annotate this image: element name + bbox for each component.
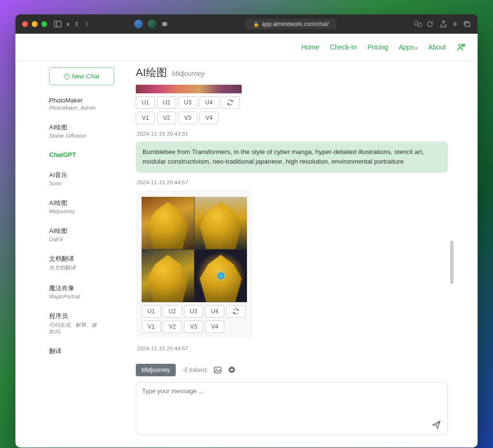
top-navigation: Home Check-In Pricing Apps About bbox=[15, 34, 478, 61]
new-chat-button[interactable]: + New Chat bbox=[49, 67, 114, 85]
message-input[interactable] bbox=[142, 387, 441, 426]
variation-row: V1 V2 V3 V4 bbox=[136, 112, 448, 124]
model-badge[interactable]: Midjourney bbox=[136, 364, 176, 376]
token-count: -5 tokens bbox=[182, 367, 207, 373]
reload-icon[interactable] bbox=[427, 21, 433, 27]
account-icon[interactable] bbox=[456, 42, 466, 52]
upscale-u3-button[interactable]: U3 bbox=[178, 96, 197, 109]
sidebar-item-subtitle: Dall-E bbox=[49, 236, 107, 242]
nav-checkin[interactable]: Check-In bbox=[330, 43, 357, 51]
variation-v4-button[interactable]: V4 bbox=[199, 112, 219, 124]
variation-v4-button[interactable]: V4 bbox=[205, 320, 224, 333]
generated-image-2[interactable] bbox=[195, 197, 247, 249]
variation-v3-button[interactable]: V3 bbox=[178, 112, 197, 124]
generated-image-3[interactable] bbox=[142, 250, 194, 302]
settings-icon[interactable] bbox=[228, 366, 235, 373]
sidebar-item-title: ChatGPT bbox=[49, 151, 125, 158]
browser-titlebar: ▾ 🔒 app.aimindwork.com/chat/ bbox=[15, 14, 478, 34]
sidebar-item-title: 文档翻译 bbox=[49, 255, 125, 263]
nav-apps[interactable]: Apps bbox=[399, 43, 417, 51]
url-text: app.aimindwork.com/chat/ bbox=[262, 21, 329, 27]
upscale-u3-button[interactable]: U3 bbox=[184, 305, 203, 318]
generated-image-grid[interactable] bbox=[142, 197, 247, 302]
window-controls bbox=[22, 21, 47, 27]
page-subtitle: Midjourney bbox=[172, 70, 205, 77]
variation-row: V1 V2 V3 V4 bbox=[142, 320, 247, 333]
new-chat-label: New Chat bbox=[72, 73, 99, 80]
sidebar-item-subtitle: MagicPortrait bbox=[49, 294, 107, 299]
reroll-button[interactable] bbox=[226, 305, 246, 318]
back-button[interactable] bbox=[75, 21, 79, 27]
sidebar-item-stablediffusion[interactable]: AI绘图 Stable Diffusion bbox=[49, 117, 125, 145]
timestamp: 2024-11-15 20:43:31 bbox=[137, 131, 448, 137]
variation-v2-button[interactable]: V2 bbox=[163, 320, 182, 333]
sidebar-item-translate[interactable]: 翻译 bbox=[49, 341, 125, 362]
sidebar-item-doc-translate[interactable]: 文档翻译 全文档翻译 bbox=[49, 249, 125, 278]
send-button[interactable] bbox=[432, 420, 441, 430]
extension-icon-1[interactable] bbox=[134, 20, 143, 28]
forward-button[interactable] bbox=[84, 21, 89, 27]
sidebar-item-midjourney[interactable]: AI绘图 Midjourney bbox=[49, 193, 125, 221]
prompt-text: Bumblebee from Transformers, in the styl… bbox=[143, 148, 424, 165]
maximize-window-button[interactable] bbox=[41, 21, 47, 27]
sidebar-item-subtitle: Suno bbox=[49, 180, 107, 186]
nav-about[interactable]: About bbox=[428, 43, 446, 51]
plus-icon: + bbox=[64, 74, 70, 79]
nav-home[interactable]: Home bbox=[301, 43, 319, 51]
variation-v1-button[interactable]: V1 bbox=[142, 320, 161, 333]
variation-v3-button[interactable]: V3 bbox=[184, 320, 203, 333]
sidebar-item-title: AI绘图 bbox=[49, 123, 125, 132]
sidebar-item-subtitle: 全文档翻译 bbox=[49, 264, 107, 271]
share-icon[interactable] bbox=[440, 20, 447, 28]
sidebar-item-subtitle: Stable Diffusion bbox=[49, 133, 107, 139]
variation-v2-button[interactable]: V2 bbox=[157, 112, 176, 124]
scrollbar-thumb[interactable] bbox=[450, 241, 454, 284]
close-window-button[interactable] bbox=[22, 21, 28, 27]
chat-main: AI绘图 Midjourney U1 U2 U3 U4 bbox=[131, 61, 478, 442]
user-prompt-message: Bumblebee from Transformers, in the styl… bbox=[136, 141, 448, 173]
chat-heading: AI绘图 Midjourney bbox=[136, 65, 448, 80]
sidebar-item-photomaker[interactable]: PhotoMaker PhotoMaker_Admin bbox=[49, 91, 125, 117]
svg-rect-0 bbox=[54, 21, 61, 27]
upscale-u2-button[interactable]: U2 bbox=[157, 96, 176, 109]
upscale-u4-button[interactable]: U4 bbox=[205, 305, 224, 318]
minimize-window-button[interactable] bbox=[32, 21, 38, 27]
reroll-button[interactable] bbox=[221, 96, 240, 109]
upscale-u1-button[interactable]: U1 bbox=[142, 305, 161, 318]
new-tab-icon[interactable] bbox=[452, 21, 458, 27]
upscale-u1-button[interactable]: U1 bbox=[136, 96, 155, 109]
sidebar-item-title: AI绘图 bbox=[49, 199, 125, 207]
variation-v1-button[interactable]: V1 bbox=[136, 112, 155, 124]
sidebar-item-title: 程序员 bbox=[49, 312, 125, 320]
sidebar-item-magicportrait[interactable]: 魔法肖像 MagicPortrait bbox=[49, 278, 125, 306]
timestamp: 2024-11-15 20:44:57 bbox=[137, 346, 448, 351]
upscale-u2-button[interactable]: U2 bbox=[163, 305, 182, 318]
translate-icon[interactable] bbox=[414, 21, 422, 27]
nav-pricing[interactable]: Pricing bbox=[367, 43, 388, 51]
generated-image-partial[interactable] bbox=[136, 85, 242, 93]
sidebar-item-title: 魔法肖像 bbox=[49, 284, 125, 293]
sidebar-toggle-icon[interactable] bbox=[54, 21, 62, 27]
sidebar-item-dalle[interactable]: AI绘图 Dall-E bbox=[49, 221, 125, 249]
sidebar-item-suno[interactable]: AI音乐 Suno bbox=[49, 165, 125, 193]
upscale-u4-button[interactable]: U4 bbox=[199, 96, 219, 109]
generated-image-4[interactable] bbox=[195, 250, 247, 302]
extension-icon-2[interactable] bbox=[148, 20, 156, 28]
sidebar-item-programmer[interactable]: 程序员 代码生成、解释、修BUG bbox=[49, 306, 125, 341]
page-content: Home Check-In Pricing Apps About + New C… bbox=[15, 34, 478, 448]
generated-image-1[interactable] bbox=[142, 197, 194, 249]
tabs-overview-icon[interactable] bbox=[463, 21, 471, 27]
url-bar[interactable]: 🔒 app.aimindwork.com/chat/ bbox=[246, 19, 337, 29]
image-upload-icon[interactable] bbox=[214, 367, 221, 373]
svg-rect-3 bbox=[415, 22, 418, 25]
lock-icon: 🔒 bbox=[253, 22, 259, 27]
tab-dropdown-icon[interactable]: ▾ bbox=[66, 21, 70, 28]
sidebar-item-title: AI绘图 bbox=[49, 227, 125, 235]
svg-point-9 bbox=[216, 368, 217, 370]
sidebar: + New Chat PhotoMaker PhotoMaker_Admin A… bbox=[15, 61, 131, 442]
sidebar-item-chatgpt[interactable]: ChatGPT bbox=[49, 145, 125, 165]
timestamp: 2024-11-15 20:44:57 bbox=[137, 179, 448, 185]
svg-rect-4 bbox=[418, 23, 421, 26]
sidebar-item-title: 翻译 bbox=[49, 347, 125, 356]
extension-icon-3[interactable] bbox=[161, 21, 168, 27]
